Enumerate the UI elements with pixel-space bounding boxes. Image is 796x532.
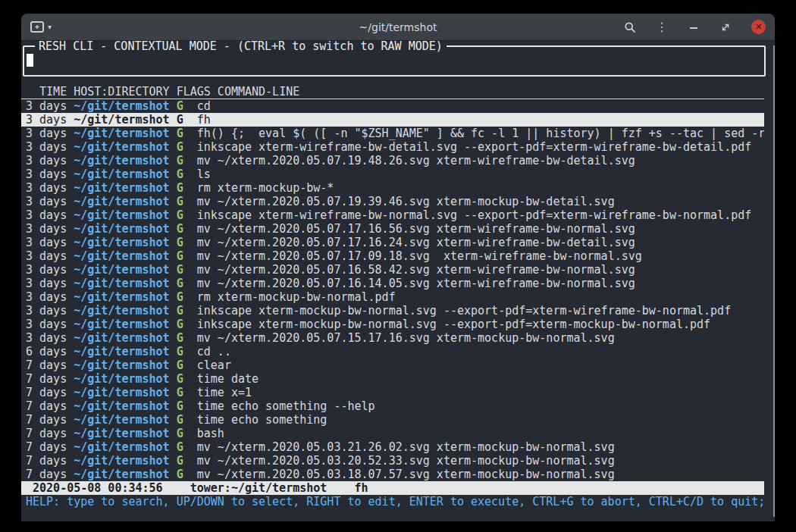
row-host: ~/git/termshot (74, 140, 169, 154)
history-row[interactable]: 7 days ~/git/termshot G clear (21, 358, 764, 372)
history-row[interactable]: 3 days ~/git/termshot G mv ~/xterm.2020.… (21, 154, 764, 167)
row-time: 3 days (26, 331, 67, 345)
row-time: 6 days (26, 345, 67, 358)
row-host: ~/git/termshot (74, 181, 169, 195)
row-time: 7 days (26, 413, 67, 427)
row-time: 3 days (26, 304, 67, 318)
row-flags: G (177, 440, 183, 454)
row-host: ~/git/termshot (74, 277, 169, 290)
history-row[interactable]: 3 days ~/git/termshot G ls (21, 167, 764, 181)
terminal-screen[interactable]: RESH CLI - CONTEXTUAL MODE - (CTRL+R to … (21, 41, 775, 521)
row-command: inkscape xterm-mockup-bw-normal.svg --ex… (197, 304, 731, 318)
row-time: 3 days (26, 277, 67, 290)
row-flags: G (177, 127, 183, 140)
history-list: 3 days ~/git/termshot G cd3 days ~/git/t… (21, 99, 764, 481)
row-flags: G (177, 263, 183, 277)
history-row[interactable]: 7 days ~/git/termshot G time date (21, 372, 764, 386)
history-row[interactable]: 3 days ~/git/termshot G mv ~/xterm.2020.… (21, 222, 764, 236)
row-flags: G (177, 468, 183, 481)
minimize-icon (688, 22, 699, 33)
row-command: cd (197, 99, 211, 113)
row-flags: G (177, 195, 183, 208)
row-flags: G (177, 304, 183, 318)
row-host: ~/git/termshot (74, 154, 169, 167)
history-row[interactable]: 3 days ~/git/termshot G mv ~/xterm.2020.… (21, 236, 764, 249)
window-title: ~/git/termshot (359, 21, 437, 33)
row-flags: G (177, 167, 183, 181)
history-row[interactable]: 3 days ~/git/termshot G fh() {; eval $( … (21, 127, 764, 140)
history-row[interactable]: 7 days ~/git/termshot G time echo someth… (21, 413, 764, 427)
row-host: ~/git/termshot (74, 99, 169, 113)
history-row[interactable]: 3 days ~/git/termshot G mv ~/xterm.2020.… (21, 331, 764, 345)
search-input[interactable]: RESH CLI - CONTEXTUAL MODE - (CTRL+R to … (23, 45, 766, 77)
row-command: mv ~/xterm.2020.05.07.17.16.24.svg xterm… (197, 236, 635, 249)
history-row[interactable]: 3 days ~/git/termshot G fh (21, 113, 764, 127)
row-flags: G (177, 208, 183, 222)
history-row[interactable]: 3 days ~/git/termshot G inkscape xterm-m… (21, 304, 764, 318)
row-time: 3 days (26, 236, 67, 249)
row-command: mv ~/xterm.2020.05.07.16.58.42.svg xterm… (197, 263, 635, 277)
new-tab-button[interactable]: ▾ (30, 21, 52, 33)
history-row[interactable]: 3 days ~/git/termshot G mv ~/xterm.2020.… (21, 263, 764, 277)
history-row[interactable]: 7 days ~/git/termshot G mv ~/xterm.2020.… (21, 440, 764, 454)
row-command: time echo something (197, 413, 327, 427)
row-command: mv ~/xterm.2020.05.07.19.48.26.svg xterm… (197, 154, 635, 167)
row-flags: G (177, 318, 183, 331)
history-row[interactable]: 3 days ~/git/termshot G inkscape xterm-w… (21, 208, 764, 222)
row-time: 3 days (26, 290, 67, 304)
row-command: mv ~/xterm.2020.05.07.19.39.46.svg xterm… (197, 195, 615, 208)
restore-button[interactable] (719, 20, 732, 35)
row-host: ~/git/termshot (74, 222, 169, 236)
row-time: 3 days (26, 181, 67, 195)
search-button[interactable] (624, 20, 636, 35)
row-host: ~/git/termshot (74, 427, 169, 440)
row-time: 3 days (26, 140, 67, 154)
row-host: ~/git/termshot (74, 331, 169, 345)
history-row[interactable]: 7 days ~/git/termshot G mv ~/xterm.2020.… (21, 468, 764, 481)
row-time: 3 days (26, 113, 67, 127)
row-time: 3 days (26, 127, 67, 140)
row-command: mv ~/xterm.2020.05.03.21.26.02.svg xterm… (197, 440, 615, 454)
history-row[interactable]: 3 days ~/git/termshot G inkscape xterm-m… (21, 318, 764, 331)
row-flags: G (177, 236, 183, 249)
minimize-button[interactable] (688, 20, 700, 35)
row-host: ~/git/termshot (74, 113, 169, 127)
chevron-down-icon: ▾ (48, 23, 52, 31)
row-time: 7 days (26, 440, 67, 454)
history-row[interactable]: 7 days ~/git/termshot G time x=1 (21, 386, 764, 399)
new-tab-icon (30, 21, 44, 33)
row-host: ~/git/termshot (74, 290, 169, 304)
titlebar[interactable]: ▾ ~/git/termshot ⋮ (21, 14, 775, 41)
row-time: 3 days (26, 99, 67, 113)
row-flags: G (177, 249, 183, 263)
close-button[interactable]: ✕ (751, 20, 766, 34)
row-host: ~/git/termshot (74, 372, 169, 386)
row-time: 3 days (26, 222, 67, 236)
history-row[interactable]: 3 days ~/git/termshot G cd (21, 99, 764, 113)
status-command: fh (354, 481, 368, 495)
scrollbar[interactable] (773, 45, 775, 517)
status-bar: 2020-05-08 00:34:56tower:~/git/termshotf… (21, 481, 764, 495)
history-row[interactable]: 3 days ~/git/termshot G rm xterm-mockup-… (21, 181, 764, 195)
row-host: ~/git/termshot (74, 236, 169, 249)
history-row[interactable]: 7 days ~/git/termshot G mv ~/xterm.2020.… (21, 454, 764, 468)
row-command: rm xterm-mockup-bw-* (197, 181, 334, 195)
row-flags: G (177, 290, 183, 304)
row-host: ~/git/termshot (74, 358, 169, 372)
row-host: ~/git/termshot (74, 304, 169, 318)
menu-button[interactable]: ⋮ (656, 20, 668, 35)
history-row[interactable]: 3 days ~/git/termshot G inkscape xterm-w… (21, 140, 764, 154)
history-row[interactable]: 3 days ~/git/termshot G mv ~/xterm.2020.… (21, 249, 764, 263)
history-row[interactable]: 3 days ~/git/termshot G mv ~/xterm.2020.… (21, 195, 764, 208)
history-row[interactable]: 3 days ~/git/termshot G rm xterm-mockup-… (21, 290, 764, 304)
row-host: ~/git/termshot (74, 208, 169, 222)
history-row[interactable]: 3 days ~/git/termshot G mv ~/xterm.2020.… (21, 277, 764, 290)
history-row[interactable]: 7 days ~/git/termshot G bash (21, 427, 764, 440)
history-row[interactable]: 7 days ~/git/termshot G time echo someth… (21, 399, 764, 413)
help-bar: HELP: type to search, UP/DOWN to select,… (21, 495, 764, 509)
row-host: ~/git/termshot (74, 195, 169, 208)
history-row[interactable]: 6 days ~/git/termshot G cd .. (21, 345, 764, 358)
row-flags: G (177, 427, 183, 440)
row-host: ~/git/termshot (74, 167, 169, 181)
row-flags: G (177, 358, 183, 372)
